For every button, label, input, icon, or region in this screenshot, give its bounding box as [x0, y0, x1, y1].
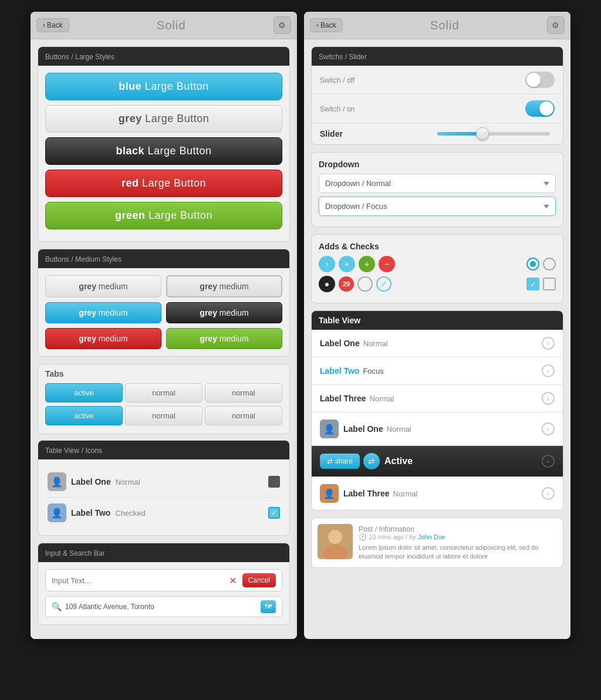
grey-large-button[interactable]: grey Large Button: [45, 105, 282, 133]
tab-normal-3[interactable]: normal: [125, 406, 202, 425]
share-label: share: [335, 457, 353, 465]
dropdown-normal[interactable]: Dropdown / Normal: [319, 174, 556, 193]
cancel-button[interactable]: Cancel: [242, 573, 276, 587]
tab-row-1: active normal normal: [45, 383, 282, 403]
med-green-1[interactable]: grey medium: [166, 328, 282, 349]
radio-dot: [530, 261, 536, 267]
adds-section: Adds & Checks › + + − ● 29 ✓: [311, 234, 563, 303]
med-red-1[interactable]: grey medium: [45, 328, 161, 349]
table-arrow-1[interactable]: ›: [542, 337, 555, 350]
tab-row-2: active normal normal: [45, 406, 282, 425]
share-button[interactable]: ⇄ share: [320, 454, 360, 469]
add-green-btn[interactable]: +: [359, 256, 375, 272]
table-arrow-4[interactable]: ›: [542, 422, 555, 435]
table-row-6[interactable]: 👤 Label Three Normal ›: [312, 477, 563, 510]
medium-buttons-section: Buttons / Medium Styles grey medium grey…: [38, 249, 290, 357]
input-body: ✕ Cancel 🔍 🗺: [38, 562, 289, 624]
circle-check[interactable]: ✓: [376, 276, 391, 292]
checkbox-empty-adds[interactable]: [543, 278, 556, 290]
badge-number: 29: [339, 276, 354, 292]
slider-row: Slider: [312, 123, 563, 144]
table-arrow-active[interactable]: ‹: [542, 455, 555, 468]
slider-knob[interactable]: [476, 127, 489, 140]
circle-empty[interactable]: [357, 276, 373, 292]
table-sub-4: Normal: [387, 425, 542, 434]
tab-normal-2[interactable]: normal: [205, 383, 282, 403]
right-screen: ‹ Back Solid ⚙ Switchs / Slider Switch /…: [304, 12, 570, 639]
post-meta: 🕐 10 mins ago / by John Doe: [359, 533, 557, 541]
tab-active-1[interactable]: active: [45, 383, 123, 403]
active-icon: ⇄: [363, 453, 380, 469]
right-table-header: Table View: [312, 311, 563, 330]
tabs-section: Tabs active normal normal active normal …: [38, 364, 290, 434]
search-row: 🔍 🗺: [45, 596, 282, 617]
large-buttons-header: Buttons / Large Styles: [38, 47, 289, 66]
checkbox-checked-adds[interactable]: ✓: [526, 278, 539, 290]
input-header: Input & Search Bar: [38, 543, 289, 562]
checkbox-checked-1[interactable]: ✓: [268, 507, 280, 519]
radio-filled[interactable]: [526, 258, 539, 270]
toggle-on[interactable]: [525, 100, 555, 117]
right-back-button[interactable]: ‹ Back: [310, 18, 343, 32]
table-arrow-3[interactable]: ›: [542, 392, 555, 405]
dropdown-focus[interactable]: Dropdown / Focus: [319, 197, 556, 216]
post-author-link[interactable]: John Doe: [418, 533, 445, 540]
slider-label: Slider: [320, 129, 433, 138]
med-dark-1[interactable]: grey medium: [166, 302, 282, 323]
active-label: Active: [384, 456, 542, 466]
table-row-2[interactable]: Label Two Focus ›: [312, 357, 563, 385]
table-row-1[interactable]: Label One Normal ›: [312, 330, 563, 357]
input-section: Input & Search Bar ✕ Cancel 🔍 �: [38, 543, 290, 625]
left-gear-button[interactable]: ⚙: [274, 16, 291, 34]
right-gear-button[interactable]: ⚙: [547, 16, 565, 34]
table-sub-1: Normal: [363, 339, 542, 348]
radio-empty[interactable]: [543, 258, 556, 270]
table-arrow-6[interactable]: ›: [542, 487, 555, 500]
table-sub-2: Focus: [363, 367, 542, 376]
toggle-off[interactable]: [525, 72, 555, 88]
table-row-3[interactable]: Label Three Normal ›: [312, 385, 563, 412]
table-label-1: Label One: [320, 339, 360, 348]
left-nav-title: Solid: [157, 19, 185, 32]
text-input[interactable]: [52, 576, 229, 585]
gear-icon-right: ⚙: [552, 21, 559, 30]
tab-normal-1[interactable]: normal: [125, 383, 202, 403]
minus-btn[interactable]: −: [379, 256, 395, 272]
table-icon-row-1: 👤 Label One Normal: [45, 466, 282, 498]
search-input[interactable]: [65, 603, 261, 611]
dropdown-title: Dropdown: [319, 160, 556, 169]
adds-row-1: › + + −: [319, 256, 556, 272]
green-large-button[interactable]: green Large Button: [45, 202, 282, 229]
medium-grid: grey medium grey medium grey medium grey…: [45, 275, 282, 349]
blue-large-button[interactable]: blue Large Button: [45, 73, 282, 100]
input-row: ✕ Cancel: [45, 569, 282, 591]
left-back-button[interactable]: ‹ Back: [36, 18, 69, 32]
svg-point-1: [328, 530, 342, 544]
table-arrow-2[interactable]: ›: [542, 364, 555, 377]
table-icons-section: Table View / Icons 👤 Label One Normal 👤 …: [38, 440, 290, 536]
black-large-button[interactable]: black Large Button: [45, 137, 282, 165]
table-icon-row-2: 👤 Label Two Checked ✓: [45, 498, 282, 528]
red-large-button[interactable]: red Large Button: [45, 170, 282, 197]
add-blue-btn[interactable]: +: [339, 256, 355, 272]
dropdown-section: Dropdown Dropdown / Normal Dropdown / Fo…: [311, 152, 563, 227]
slider-track[interactable]: [437, 132, 550, 136]
forward-icon-btn[interactable]: ›: [319, 256, 335, 272]
tab-active-2[interactable]: active: [45, 406, 123, 425]
med-blue-1[interactable]: grey medium: [45, 302, 161, 323]
table-label-3: Label Three: [320, 394, 366, 403]
med-grey-outline-1[interactable]: grey medium: [166, 275, 282, 297]
right-table-section: Table View Label One Normal › Label Two …: [311, 310, 563, 510]
map-button[interactable]: 🗺: [261, 600, 276, 613]
dark-circle-btn[interactable]: ●: [319, 276, 335, 292]
med-grey-light-1[interactable]: grey medium: [45, 275, 161, 297]
table-row-active[interactable]: ⇄ share ⇄ Active ‹: [312, 446, 563, 477]
gear-icon: ⚙: [278, 21, 286, 30]
checkbox-unchecked-1[interactable]: [268, 476, 280, 488]
input-clear-icon[interactable]: ✕: [229, 575, 237, 586]
tab-normal-4[interactable]: normal: [205, 406, 282, 425]
table-row-4[interactable]: 👤 Label One Normal ›: [312, 412, 563, 446]
tabs-label: Tabs: [45, 369, 282, 378]
table-avatar-r4: 👤: [320, 420, 339, 438]
post-content: Post / Information 🕐 10 mins ago / by Jo…: [359, 524, 557, 562]
